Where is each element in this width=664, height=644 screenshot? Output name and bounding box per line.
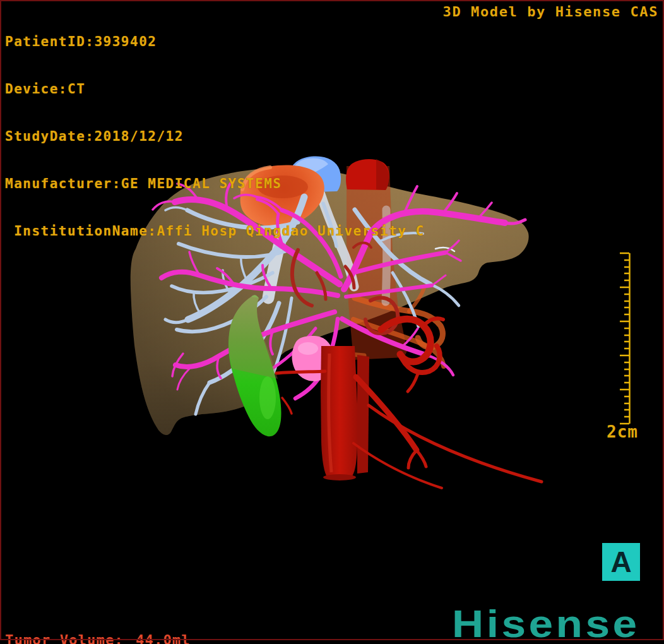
cas-3d-viewer-window: PatientID:3939402 Device:CT StudyDate:20… xyxy=(0,0,664,644)
scale-label: 2cm xyxy=(607,422,638,441)
orientation-marker[interactable]: A xyxy=(602,543,640,581)
watermark-title: 3D Model by Hisense CAS xyxy=(443,4,658,20)
manufacturer-text: Manufacturer:GE MEDICAL SYSTEMS xyxy=(5,176,425,192)
scale-ruler xyxy=(606,243,644,445)
tumor-volume-line: Tumor Volume:44.0ml xyxy=(5,631,191,644)
device-text: Device:CT xyxy=(5,81,425,97)
aorta xyxy=(321,346,369,480)
study-date-text: StudyDate:2018/12/12 xyxy=(5,129,425,145)
tumor-volume-value: 44.0ml xyxy=(124,631,191,644)
volume-readouts: Tumor Volume:44.0ml Liver Volume:1338.4m… xyxy=(5,597,191,644)
dicom-info-overlay: PatientID:3939402 Device:CT StudyDate:20… xyxy=(5,3,425,271)
tumor-volume-label: Tumor Volume: xyxy=(5,632,124,644)
patient-id-text: PatientID:3939402 xyxy=(5,34,425,50)
hisense-logo: Hisense xyxy=(452,601,640,644)
institution-text: InstitutionName:Affi Hosp Qingdao Univer… xyxy=(5,224,425,239)
orientation-letter: A xyxy=(610,545,631,579)
